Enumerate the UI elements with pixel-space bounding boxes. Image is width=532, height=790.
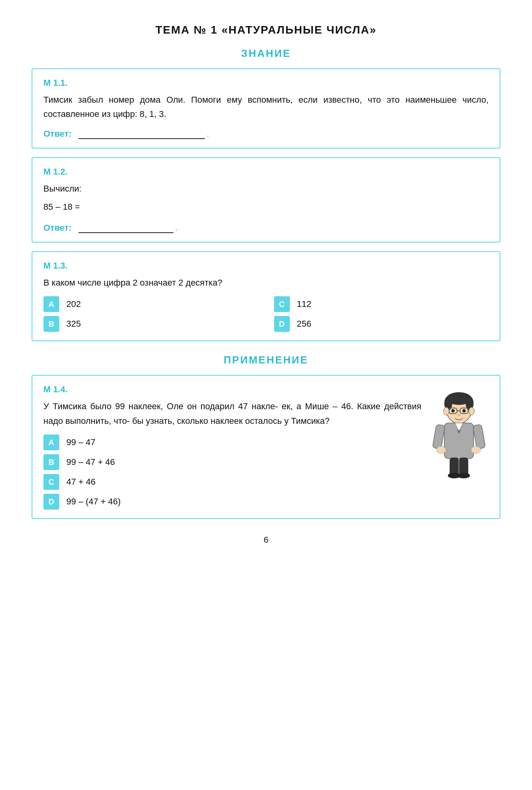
svg-point-8	[462, 409, 466, 412]
problem-m11: М 1.1. Тимсик забыл номер дома Оли. Помо…	[32, 68, 500, 149]
mc-label-c: C	[274, 296, 290, 312]
problem-m12-text2: 85 – 18 =	[43, 200, 489, 214]
problem-m11-answer: Ответ: .	[43, 129, 489, 139]
answer-dot-m12: .	[175, 223, 177, 233]
answer-label-m11: Ответ:	[43, 129, 71, 139]
problem-m12-answer: Ответ: .	[43, 223, 489, 233]
svg-point-9	[457, 414, 461, 416]
svg-point-10	[444, 407, 449, 415]
mc-value-m14-b: 99 – 47 + 46	[66, 457, 115, 467]
mc-value-m14-d: 99 – (47 + 46)	[66, 497, 121, 507]
problem-m11-text: Тимсик забыл номер дома Оли. Помоги ему …	[43, 93, 489, 122]
mc-value-m14-a: 99 – 47	[66, 437, 95, 448]
mc-row-a: A 202	[43, 296, 258, 312]
problem-m13: М 1.3. В каком числе цифра 2 означает 2 …	[32, 251, 500, 341]
mc-row-c: C 112	[274, 296, 489, 312]
problem-m14: М 1.4.	[32, 375, 500, 519]
section-heading-primenenie: ПРИМЕНЕНИЕ	[32, 354, 500, 366]
page-number: 6	[32, 535, 500, 545]
answer-line-m11	[79, 138, 205, 139]
mc-row-d: D 256	[274, 316, 489, 332]
problem-m14-id: М 1.4.	[43, 384, 489, 395]
character-svg	[429, 391, 489, 478]
svg-point-7	[451, 409, 455, 412]
problem-m11-id: М 1.1.	[43, 78, 489, 88]
problem-m14-text: У Тимсика было 99 наклеек, Оле он подари…	[43, 399, 489, 428]
problem-m13-id: М 1.3.	[43, 261, 489, 271]
section-heading-znanie: ЗНАНИЕ	[32, 47, 500, 60]
answer-label-m12: Ответ:	[43, 223, 71, 233]
problem-m13-text: В каком числе цифра 2 означает 2 десятка…	[43, 276, 489, 290]
mc-row-m14-a: A 99 – 47	[43, 434, 421, 450]
mc-label-m14-a: A	[43, 434, 59, 450]
mc-value-d: 256	[297, 319, 312, 329]
problem-m12-id: М 1.2.	[43, 167, 489, 177]
svg-point-11	[469, 407, 474, 415]
page-title: ТЕМА № 1 «НАТУРАЛЬНЫЕ ЧИСЛА»	[32, 24, 500, 36]
svg-point-18	[471, 446, 481, 453]
mc-row-m14-b: B 99 – 47 + 46	[43, 454, 421, 470]
problem-m13-choices: A 202 C 112 B 325 D 256	[43, 296, 489, 332]
svg-point-17	[436, 446, 446, 453]
mc-label-a: A	[43, 296, 59, 312]
character-illustration	[429, 391, 489, 480]
mc-label-m14-c: C	[43, 474, 59, 490]
answer-line-m12	[79, 232, 173, 233]
mc-label-d: D	[274, 316, 290, 332]
mc-row-m14-d: D 99 – (47 + 46)	[43, 494, 421, 510]
mc-value-m14-c: 47 + 46	[66, 477, 96, 487]
mc-label-m14-d: D	[43, 494, 59, 510]
mc-value-a: 202	[66, 299, 81, 309]
svg-rect-16	[473, 425, 485, 450]
mc-row-m14-c: C 47 + 46	[43, 474, 421, 490]
svg-rect-15	[432, 425, 445, 450]
svg-point-22	[457, 473, 470, 478]
mc-label-m14-b: B	[43, 454, 59, 470]
answer-dot-m11: .	[207, 129, 209, 139]
mc-label-b: B	[43, 316, 59, 332]
problem-m12-text1: Вычисли:	[43, 182, 489, 196]
problem-m14-choices: A 99 – 47 B 99 – 47 + 46 C 47 + 46 D 99 …	[43, 434, 421, 510]
mc-row-b: B 325	[43, 316, 258, 332]
mc-value-c: 112	[297, 299, 312, 309]
problem-m12: М 1.2. Вычисли: 85 – 18 = Ответ: .	[32, 157, 500, 243]
mc-value-b: 325	[66, 319, 81, 329]
